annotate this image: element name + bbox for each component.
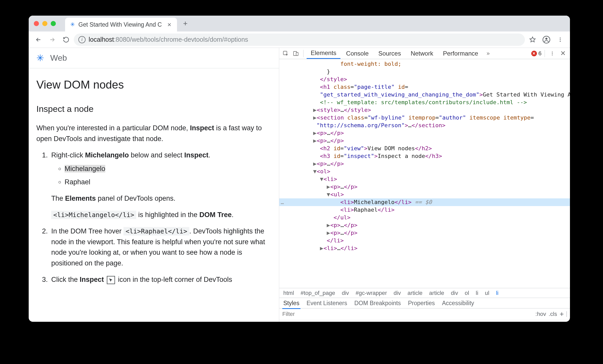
styles-toolbar: :hov .cls +: [279, 308, 570, 320]
browser-tab[interactable]: ✳ Get Started With Viewing And C ×: [65, 18, 177, 31]
tree-row[interactable]: }: [279, 68, 570, 76]
window-minimize-button[interactable]: [42, 21, 47, 26]
tree-row[interactable]: ▶<p>…</p>: [279, 137, 570, 145]
crumb[interactable]: div: [451, 290, 458, 296]
crumb[interactable]: ol: [465, 290, 469, 296]
tree-row[interactable]: ▶<p>…</p>: [279, 129, 570, 137]
tree-row[interactable]: ▼<li>: [279, 175, 570, 183]
site-info-icon[interactable]: i: [78, 36, 86, 43]
page-viewport: ✳ Web View DOM nodes Inspect a node When…: [29, 48, 279, 322]
tree-row-selected[interactable]: <li>Michelangelo</li> == $0: [279, 198, 570, 206]
crumb[interactable]: article: [429, 290, 444, 296]
svg-point-4: [560, 41, 561, 42]
tree-row[interactable]: ▼<ul>: [279, 191, 570, 198]
stab-styles[interactable]: Styles: [283, 300, 299, 307]
device-toolbar-button[interactable]: [292, 49, 300, 58]
stab-accessibility[interactable]: Accessibility: [442, 300, 474, 307]
crumb[interactable]: article: [408, 290, 423, 296]
crumb[interactable]: #top_of_page: [301, 290, 335, 296]
steps-list: Right-click Michelangelo below and selec…: [36, 150, 271, 285]
tab-performance[interactable]: Performance: [439, 48, 482, 59]
step-3: Click the Inspect icon in the top-left c…: [50, 274, 271, 285]
more-tabs-button[interactable]: »: [484, 49, 493, 58]
svg-point-1: [545, 38, 547, 40]
crumb-active[interactable]: li: [496, 290, 498, 296]
crumb[interactable]: li: [476, 290, 478, 296]
devtools-close-button[interactable]: ✕: [558, 49, 568, 57]
crumb[interactable]: div: [342, 290, 349, 296]
step-2: In the DOM Tree hover <li>Raphael</li>. …: [50, 226, 271, 269]
forward-button[interactable]: [46, 34, 58, 46]
tree-row[interactable]: ▼<ol>: [279, 168, 570, 175]
profile-button[interactable]: [540, 34, 553, 46]
tree-row[interactable]: ▶<p>…</p>: [279, 160, 570, 168]
window-close-button[interactable]: [34, 21, 39, 26]
stab-properties[interactable]: Properties: [408, 300, 435, 307]
site-header: ✳ Web: [29, 48, 279, 68]
tab-sources[interactable]: Sources: [374, 48, 405, 59]
stab-dom-breakpoints[interactable]: DOM Breakpoints: [354, 300, 401, 307]
tree-row[interactable]: ▶<style>…</style>: [279, 106, 570, 114]
devtools-menu-button[interactable]: [548, 49, 557, 58]
tab-console[interactable]: Console: [342, 48, 373, 59]
tree-row[interactable]: <li>Raphael</li>: [279, 206, 570, 214]
browser-menu-button[interactable]: [554, 34, 566, 46]
site-logo-icon: ✳: [36, 53, 44, 63]
tree-row[interactable]: font-weight: bold;: [279, 60, 570, 68]
tree-row[interactable]: </style>: [279, 76, 570, 83]
dom-tree[interactable]: font-weight: bold; } </style> <h1 class=…: [279, 59, 570, 288]
tree-row[interactable]: <h1 class="page-title" id=: [279, 83, 570, 91]
styles-body: [279, 320, 570, 322]
tab-close-button[interactable]: ×: [165, 20, 173, 30]
dom-breadcrumbs[interactable]: html #top_of_page div #gc-wrapper div ar…: [279, 288, 570, 298]
tab-title: Get Started With Viewing And C: [78, 21, 162, 28]
artists-list: Michelangelo Raphael: [51, 164, 271, 188]
bookmark-button[interactable]: [526, 34, 539, 46]
crumb[interactable]: html: [283, 290, 294, 296]
tab-favicon: ✳: [70, 21, 75, 28]
error-badge[interactable]: ✕ 6: [531, 50, 542, 57]
list-item-michelangelo[interactable]: Michelangelo: [65, 164, 271, 174]
tree-row[interactable]: ▶<section class="wf-byline" itemprop="au…: [279, 114, 570, 122]
tree-row[interactable]: </ul>: [279, 214, 570, 221]
crumb[interactable]: ul: [485, 290, 489, 296]
tab-elements[interactable]: Elements: [307, 48, 340, 59]
address-bar[interactable]: i localhost:8080/web/tools/chrome-devtoo…: [74, 34, 525, 46]
tree-row[interactable]: <!-- wf_template: src/templates/contribu…: [279, 99, 570, 106]
new-style-rule-button[interactable]: +: [560, 310, 564, 318]
svg-point-3: [560, 39, 561, 40]
back-button[interactable]: [32, 34, 45, 46]
error-count: 6: [538, 50, 542, 57]
tree-row[interactable]: "http://schema.org/Person">…</section>: [279, 122, 570, 129]
tree-row[interactable]: <h3 id="inspect">Inspect a node</h3>: [279, 152, 570, 160]
tree-row[interactable]: <h2 id="view">View DOM nodes</h2>: [279, 145, 570, 152]
inspect-icon: [107, 276, 115, 284]
tree-row[interactable]: "get_started_with_viewing_and_changing_t…: [279, 91, 570, 99]
error-icon: ✕: [531, 51, 537, 56]
reload-button[interactable]: [60, 34, 72, 46]
browser-toolbar: i localhost:8080/web/tools/chrome-devtoo…: [29, 31, 570, 48]
tree-row[interactable]: ▶<p>…</p>: [279, 221, 570, 229]
styles-filter-input[interactable]: [282, 311, 533, 317]
page-body: View DOM nodes Inspect a node When you'r…: [29, 68, 279, 291]
window-maximize-button[interactable]: [51, 21, 56, 26]
page-h3: Inspect a node: [36, 102, 271, 116]
stab-event-listeners[interactable]: Event Listeners: [307, 300, 347, 307]
tree-row[interactable]: ▶<li>…</li>: [279, 244, 570, 252]
url-port: :8080: [114, 36, 130, 43]
code-li-raphael: <li>Raphael</li>: [123, 227, 189, 235]
cls-toggle[interactable]: .cls: [549, 311, 557, 317]
svg-point-2: [560, 37, 561, 38]
tree-row[interactable]: ▶<p>…</p>: [279, 229, 570, 237]
hov-toggle[interactable]: :hov: [535, 311, 546, 317]
new-tab-button[interactable]: +: [181, 19, 190, 28]
tree-row[interactable]: </li>: [279, 237, 570, 244]
tab-network[interactable]: Network: [407, 48, 437, 59]
list-item-raphael[interactable]: Raphael: [65, 177, 271, 188]
tree-row[interactable]: ▶<p>…</p>: [279, 183, 570, 191]
svg-rect-7: [296, 52, 298, 56]
devtools-panel: Elements Console Sources Network Perform…: [279, 48, 570, 322]
inspect-element-button[interactable]: [281, 49, 290, 58]
crumb[interactable]: #gc-wrapper: [356, 290, 387, 296]
crumb[interactable]: div: [394, 290, 401, 296]
